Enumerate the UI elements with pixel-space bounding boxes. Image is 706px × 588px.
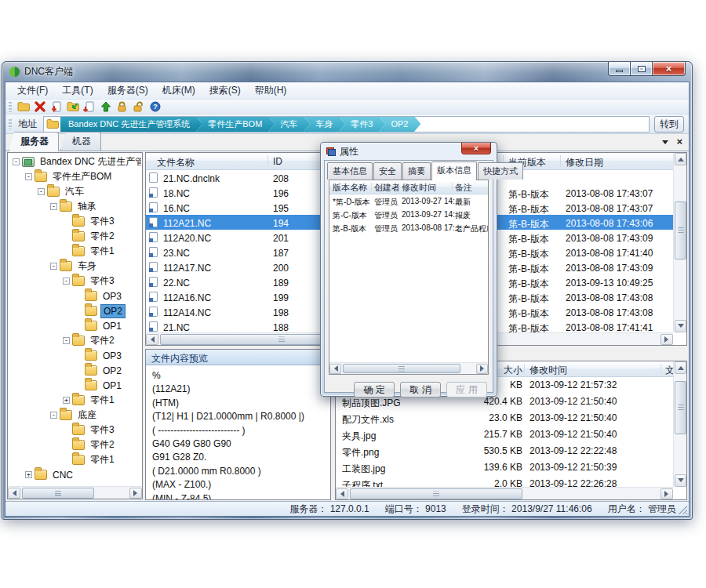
tree-expander[interactable]: - bbox=[13, 158, 20, 165]
version-row[interactable]: *第-D-版本 管理员 2013-09-27 14:... 最新 bbox=[329, 194, 488, 208]
help-icon[interactable]: ? bbox=[147, 100, 163, 114]
breadcrumb-segment[interactable]: Bandex DNC 先进生产管理系统 bbox=[60, 116, 202, 132]
tree-item[interactable]: - 汽车 bbox=[9, 184, 141, 199]
dialog-tab[interactable]: 版本信息 bbox=[431, 162, 477, 180]
toolbar-grip[interactable] bbox=[9, 102, 12, 112]
scroll-thumb[interactable] bbox=[22, 488, 94, 499]
tree-item[interactable]: OP3 bbox=[9, 289, 141, 303]
resize-grip[interactable] bbox=[679, 506, 687, 514]
tree-item[interactable]: - 零件生产BOM bbox=[9, 169, 141, 184]
tree-item[interactable]: - 轴承 bbox=[9, 199, 141, 214]
minimize-button[interactable] bbox=[608, 62, 631, 76]
dialog-close-button[interactable]: × bbox=[461, 143, 491, 154]
version-row[interactable]: 第-C-版本 管理员 2013-09-27 14:... 报废 bbox=[329, 208, 488, 221]
tree-expander[interactable]: - bbox=[50, 412, 57, 419]
tree-item[interactable]: 零件3 bbox=[9, 214, 141, 229]
related-file-row[interactable]: 夹具.jpg 215.7 KB 2013-09-12 21:50:40 bbox=[336, 426, 673, 443]
menu-item[interactable]: 工具(T) bbox=[55, 82, 100, 100]
tree-item[interactable]: + CNC bbox=[9, 467, 141, 482]
scroll-thumb[interactable] bbox=[343, 364, 460, 373]
tree-hscrollbar[interactable] bbox=[8, 486, 142, 499]
related-file-row[interactable]: 配刀文件.xls 23.0 KB 2013-09-12 21:50:40 bbox=[336, 410, 673, 426]
menu-item[interactable]: 帮助(H) bbox=[248, 82, 294, 100]
view-tab[interactable]: 机器 bbox=[60, 132, 101, 151]
check-out-file-icon[interactable] bbox=[81, 100, 97, 114]
scroll-right-arrow[interactable] bbox=[129, 488, 142, 499]
scroll-right-arrow[interactable] bbox=[476, 364, 488, 374]
file-list-vscrollbar[interactable] bbox=[673, 153, 686, 332]
tree-expander[interactable]: - bbox=[50, 203, 57, 210]
menu-item[interactable]: 搜索(S) bbox=[202, 82, 248, 100]
dialog-button[interactable]: 应 用 bbox=[446, 382, 487, 397]
tree-item[interactable]: 零件2 bbox=[9, 229, 141, 244]
tree-item[interactable]: - Bandex DNC 先进生产管理系统 bbox=[9, 154, 141, 169]
tree-item[interactable]: - 零件3 bbox=[9, 274, 141, 289]
pin-chevron-icon[interactable] bbox=[662, 140, 668, 147]
tree-item[interactable]: 零件3 bbox=[9, 423, 141, 437]
tree-item[interactable]: OP2 bbox=[9, 363, 141, 378]
menu-item[interactable]: 文件(F) bbox=[10, 82, 55, 100]
scroll-thumb[interactable] bbox=[675, 381, 686, 434]
breadcrumb-segment[interactable]: 零件3 bbox=[338, 116, 385, 132]
close-button[interactable]: × bbox=[652, 62, 686, 76]
column-header-date[interactable]: 修改日期 bbox=[566, 156, 603, 169]
tree-item[interactable]: - 底座 bbox=[9, 408, 141, 423]
column-header-time[interactable]: 修改时间 bbox=[530, 364, 567, 377]
tree-item[interactable]: 零件2 bbox=[9, 437, 141, 452]
scroll-right-arrow[interactable] bbox=[661, 488, 673, 499]
related-file-row[interactable]: 工装图.jpg 139.6 KB 2013-09-12 21:50:39 bbox=[336, 459, 673, 476]
dialog-button[interactable]: 确 定 bbox=[354, 382, 395, 397]
tree-item[interactable]: - 车身 bbox=[9, 259, 141, 274]
scroll-up-arrow[interactable] bbox=[675, 153, 686, 165]
version-list-hscrollbar[interactable] bbox=[329, 362, 488, 374]
column-header-remark[interactable]: 备注 bbox=[455, 182, 472, 194]
scroll-thumb[interactable] bbox=[350, 488, 522, 499]
import-folder-icon[interactable] bbox=[64, 100, 81, 114]
tree-item[interactable]: OP1 bbox=[9, 378, 141, 393]
scroll-thumb[interactable] bbox=[675, 201, 686, 260]
related-vscrollbar[interactable] bbox=[673, 361, 686, 487]
related-file-row[interactable]: 子程序.txt 2.0 KB 2013-09-12 22:26:28 bbox=[336, 476, 673, 487]
dialog-tab[interactable]: 基本信息 bbox=[327, 162, 373, 180]
related-file-row[interactable]: 零件.png 530.5 KB 2013-09-12 22:22:48 bbox=[336, 443, 673, 459]
tree-expander[interactable]: - bbox=[50, 263, 57, 270]
tree-item[interactable]: 零件1 bbox=[9, 244, 141, 259]
delete-icon[interactable] bbox=[31, 100, 48, 114]
tree-item[interactable]: OP1 bbox=[9, 318, 141, 333]
close-pane-icon[interactable]: × bbox=[676, 136, 682, 147]
scroll-left-arrow[interactable] bbox=[329, 364, 341, 374]
scroll-left-arrow[interactable] bbox=[336, 488, 348, 499]
menu-item[interactable]: 服务器(S) bbox=[100, 82, 155, 100]
version-row[interactable]: 第-B-版本 管理员 2013-08-08 17:... 老产品程序 bbox=[329, 221, 488, 234]
related-hscrollbar[interactable] bbox=[336, 487, 673, 499]
unlock-icon[interactable] bbox=[130, 100, 147, 114]
view-tab[interactable]: 服务器 bbox=[9, 132, 59, 151]
address-grip[interactable] bbox=[9, 119, 12, 129]
tree-item[interactable]: OP2 bbox=[9, 303, 141, 318]
tree-expander[interactable]: + bbox=[63, 397, 70, 404]
column-header-creator[interactable]: 创建者 bbox=[374, 182, 400, 194]
tree-item[interactable]: OP3 bbox=[9, 348, 141, 363]
maximize-button[interactable] bbox=[631, 62, 652, 76]
scroll-left-arrow[interactable] bbox=[146, 334, 158, 345]
tree-expander[interactable]: - bbox=[63, 278, 70, 285]
tree-expander[interactable]: - bbox=[25, 173, 32, 180]
column-header-id[interactable]: ID bbox=[273, 156, 282, 167]
tree-item[interactable]: - 零件2 bbox=[9, 333, 141, 348]
tree-expander[interactable]: - bbox=[63, 337, 70, 344]
tree-expander[interactable]: + bbox=[25, 471, 32, 478]
menu-item[interactable]: 机床(M) bbox=[155, 82, 202, 100]
column-header-name[interactable]: 文件名称 bbox=[157, 156, 195, 169]
tree-expander[interactable]: - bbox=[38, 188, 45, 195]
scroll-right-arrow[interactable] bbox=[661, 334, 673, 345]
dialog-button[interactable]: 取 消 bbox=[400, 382, 441, 397]
check-in-file-icon[interactable] bbox=[48, 100, 64, 114]
scroll-left-arrow[interactable] bbox=[8, 488, 20, 499]
dialog-tab[interactable]: 安全 bbox=[373, 162, 402, 180]
send-up-icon[interactable] bbox=[97, 100, 114, 114]
lock-icon[interactable] bbox=[114, 100, 130, 114]
breadcrumb-segment[interactable]: 零件生产BOM bbox=[195, 116, 275, 132]
dialog-tab[interactable]: 摘要 bbox=[402, 162, 431, 180]
column-header-modified[interactable]: 修改时间 bbox=[402, 182, 436, 194]
dialog-tab[interactable]: 快捷方式 bbox=[478, 162, 523, 180]
